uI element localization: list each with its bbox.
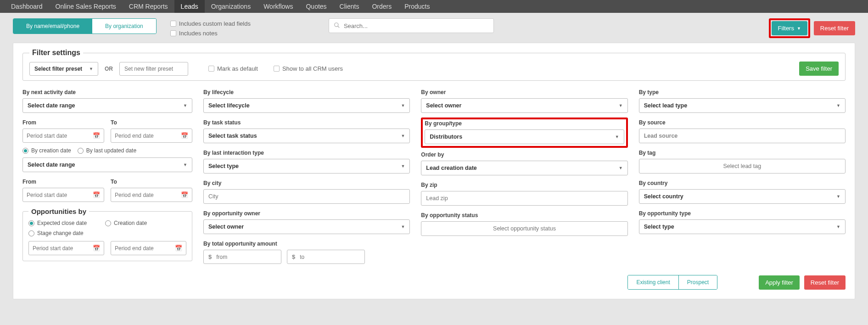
select-value: Select date range (28, 102, 75, 109)
date-field[interactable] (27, 192, 93, 198)
input-tag[interactable] (639, 159, 846, 174)
label-total-amount: By total opportunity amount (203, 241, 410, 247)
nav-leads[interactable]: Leads (174, 0, 205, 13)
select-next-activity-range[interactable]: Select date range ▼ (22, 98, 192, 113)
chevron-down-icon: ▼ (615, 134, 619, 139)
input-to-2[interactable]: 📅 (111, 188, 192, 202)
input-amount-to[interactable]: $ (287, 250, 365, 264)
label-lifecycle: By lifecycle (203, 89, 410, 95)
check-label: Show to all CRM users (282, 65, 343, 72)
radio-stage-change[interactable]: Stage change date (28, 230, 84, 236)
radio-by-creation[interactable]: By creation date (22, 147, 71, 154)
filters-button[interactable]: Filters ▼ (772, 21, 807, 35)
radio-expected-close[interactable]: Expected close date (28, 220, 87, 226)
chevron-down-icon: ▼ (89, 67, 93, 71)
amount-field[interactable] (300, 254, 360, 260)
label-opp-type: By opportunity type (639, 210, 846, 217)
nav-quotes[interactable]: Quotes (299, 0, 333, 13)
check-custom-fields[interactable]: Includes custom lead fields (170, 20, 251, 27)
date-field[interactable] (115, 192, 181, 198)
chevron-down-icon: ▼ (183, 103, 187, 108)
filter-col-2: By lifecycle Select lifecycle ▼ By task … (203, 87, 410, 269)
label-group-type: By group/type (425, 120, 624, 127)
input-opp-to[interactable]: 📅 (111, 241, 186, 255)
filter-preset-select[interactable]: Select filter preset ▼ (29, 62, 98, 76)
check-includes-notes[interactable]: Includes notes (170, 30, 251, 37)
select-owner[interactable]: Select owner ▼ (421, 98, 627, 113)
client-type-segment: Existing client Prospect (627, 275, 717, 290)
input-amount-from[interactable]: $ (203, 250, 281, 264)
seg-prospect[interactable]: Prospect (678, 275, 717, 289)
input-from-1[interactable]: 📅 (22, 129, 104, 143)
calendar-icon: 📅 (93, 191, 100, 198)
search-box[interactable] (329, 18, 494, 33)
reset-filter-button-bottom[interactable]: Reset filter (804, 275, 846, 290)
select-lead-type[interactable]: Select lead type ▼ (639, 98, 846, 113)
search-input[interactable] (344, 22, 489, 29)
filter-grid: By next activity date Select date range … (22, 87, 846, 269)
nav-online-sales[interactable]: Online Sales Reports (49, 0, 123, 13)
radio-creation-date[interactable]: Creation date (105, 220, 147, 226)
label-to: To (111, 119, 192, 126)
input-city[interactable] (203, 189, 410, 204)
new-preset-input[interactable] (119, 62, 188, 76)
check-label: Mark as default (217, 65, 258, 72)
nav-organizations[interactable]: Organizations (205, 0, 257, 13)
radio-icon (28, 230, 34, 236)
nav-orders[interactable]: Orders (365, 0, 398, 13)
radio-label: By last updated date (86, 147, 136, 154)
radio-label: Expected close date (37, 220, 87, 226)
input-from-2[interactable]: 📅 (22, 188, 104, 202)
select-value: Distributors (430, 134, 462, 140)
radio-by-updated[interactable]: By last updated date (78, 147, 136, 154)
toggle-by-name[interactable]: By name/email/phone (13, 19, 92, 34)
amount-field[interactable] (216, 254, 276, 260)
select-value: Select lead type (644, 102, 688, 109)
chevron-down-icon: ▼ (619, 166, 623, 170)
label-order-by: Order by (421, 151, 627, 158)
select-country[interactable]: Select country ▼ (639, 189, 846, 204)
seg-existing-client[interactable]: Existing client (628, 275, 678, 289)
chevron-down-icon: ▼ (836, 103, 840, 108)
select-opp-owner[interactable]: Select owner ▼ (203, 219, 410, 234)
toggle-by-org[interactable]: By organization (92, 19, 156, 34)
nav-products[interactable]: Products (398, 0, 436, 13)
radio-label: By creation date (31, 147, 71, 154)
nav-crm-reports[interactable]: CRM Reports (123, 0, 174, 13)
nav-clients[interactable]: Clients (333, 0, 366, 13)
checkbox-icon (208, 66, 214, 72)
select-opp-type[interactable]: Select type ▼ (639, 219, 846, 234)
select-task-status[interactable]: Select task status ▼ (203, 129, 410, 143)
nav-workflows[interactable]: Workflows (257, 0, 299, 13)
select-order-by[interactable]: Lead creation date ▼ (421, 161, 627, 175)
nav-dashboard[interactable]: Dashboard (5, 0, 49, 13)
reset-filter-button-top[interactable]: Reset filter (814, 21, 855, 35)
radio-icon (28, 220, 34, 226)
calendar-icon: 📅 (181, 191, 188, 198)
date-field[interactable] (27, 133, 93, 139)
select-creation-range[interactable]: Select date range ▼ (22, 157, 192, 172)
input-opp-status[interactable] (421, 221, 627, 236)
apply-filter-button[interactable]: Apply filter (759, 275, 800, 290)
calendar-icon: 📅 (181, 132, 188, 139)
filter-col-1: By next activity date Select date range … (22, 87, 192, 269)
select-value: Select owner (208, 224, 244, 230)
chevron-down-icon: ▼ (401, 164, 405, 168)
save-filter-button[interactable]: Save filter (799, 62, 839, 76)
date-field[interactable] (115, 133, 181, 139)
select-lifecycle[interactable]: Select lifecycle ▼ (203, 98, 410, 113)
check-show-all[interactable]: Show to all CRM users (274, 65, 343, 72)
input-opp-from[interactable]: 📅 (28, 241, 104, 255)
input-zip[interactable] (421, 191, 627, 206)
check-mark-default[interactable]: Mark as default (208, 65, 258, 72)
select-value: Select date range (28, 162, 75, 168)
calendar-icon: 📅 (93, 245, 100, 252)
date-field[interactable] (115, 245, 175, 252)
radio-icon (105, 220, 111, 226)
date-field[interactable] (33, 245, 93, 252)
label-interaction: By last interaction type (203, 150, 410, 156)
input-to-1[interactable]: 📅 (111, 129, 192, 143)
select-interaction-type[interactable]: Select type ▼ (203, 159, 410, 174)
select-group-type[interactable]: Distributors ▼ (425, 129, 624, 144)
input-source[interactable] (639, 129, 846, 143)
